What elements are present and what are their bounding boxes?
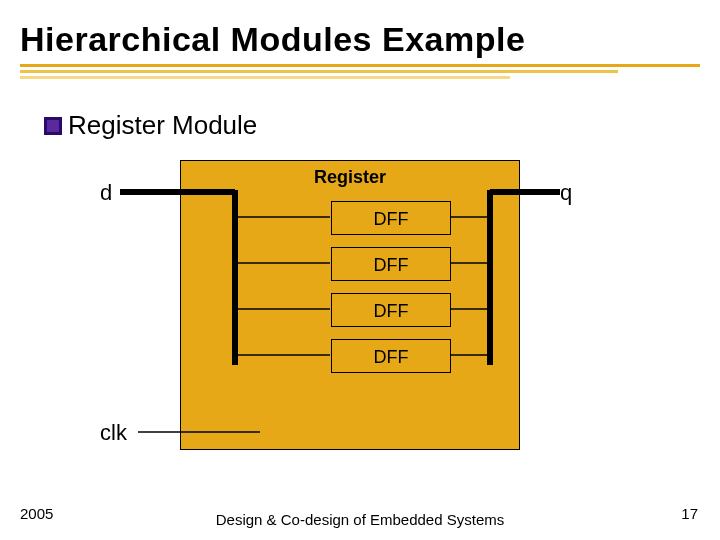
slide-title: Hierarchical Modules Example bbox=[20, 20, 525, 59]
port-clk-label: clk bbox=[100, 420, 127, 446]
register-label: Register bbox=[181, 167, 519, 188]
dff-cell: DFF bbox=[331, 339, 451, 373]
dff-cell: DFF bbox=[331, 247, 451, 281]
dff-cell: DFF bbox=[331, 293, 451, 327]
title-underline bbox=[20, 64, 700, 78]
footer-caption: Design & Co-design of Embedded Systems bbox=[0, 511, 720, 528]
page-number: 17 bbox=[681, 505, 698, 522]
bullet-item: Register Module bbox=[44, 110, 257, 141]
port-q-label: q bbox=[560, 180, 572, 206]
port-d-label: d bbox=[100, 180, 112, 206]
register-diagram: Register DFF DFF DFF DFF d q clk bbox=[60, 150, 620, 460]
dff-cell: DFF bbox=[331, 201, 451, 235]
bullet-text: Register Module bbox=[68, 110, 257, 141]
register-module-box: Register DFF DFF DFF DFF bbox=[180, 160, 520, 450]
bullet-icon bbox=[44, 117, 62, 135]
